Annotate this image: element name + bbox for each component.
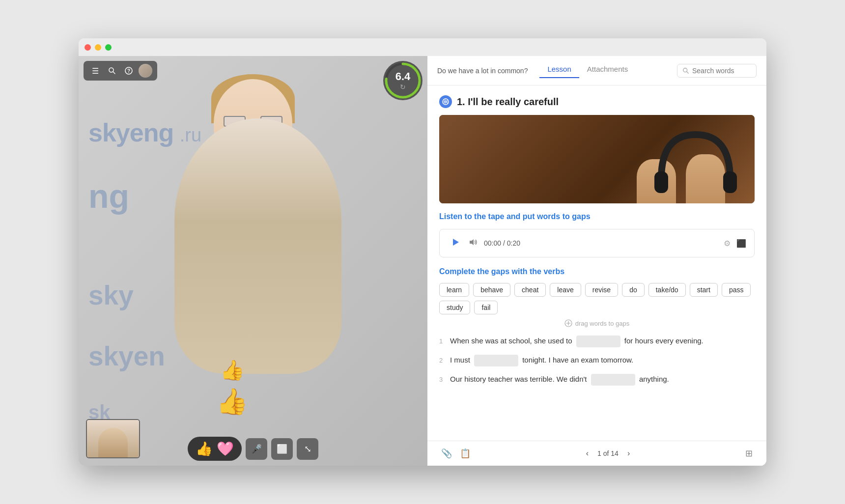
search-icon <box>682 67 689 74</box>
prev-page-button[interactable]: ‹ <box>582 447 592 460</box>
blank-3[interactable] <box>591 374 635 386</box>
menu-button[interactable]: ☰ <box>88 64 102 78</box>
word-tags-container: learn behave cheat leave revise do take/… <box>439 283 755 314</box>
sentence-1: 1 When she was at school, she used to fo… <box>439 335 755 347</box>
word-tag-cheat[interactable]: cheat <box>514 283 546 297</box>
mic-button[interactable]: 🎤 <box>246 438 267 460</box>
export-button[interactable]: ⊞ <box>741 446 757 461</box>
svg-rect-9 <box>654 171 668 193</box>
audio-captions-button[interactable]: ⬛ <box>736 239 746 248</box>
thumbs-up-reaction[interactable]: 👍 <box>196 441 213 457</box>
score-badge: 6.4 ↻ <box>383 61 422 100</box>
score-value: 6.4 <box>395 70 411 83</box>
svg-line-7 <box>687 71 689 73</box>
next-page-button[interactable]: › <box>623 447 634 460</box>
lesson-footer: 📎 📋 ‹ 1 of 14 › ⊞ <box>427 441 766 466</box>
minimize-dot[interactable] <box>95 44 101 51</box>
word-tag-study[interactable]: study <box>439 301 470 314</box>
emoji-2: 👍 <box>216 387 248 417</box>
emoji-1: 👍 <box>220 359 245 382</box>
sentence-2-text: I must tonight. I have an exam tomorrow. <box>450 354 633 366</box>
lesson-tabs: Lesson Attachments <box>539 63 677 78</box>
page-info: 1 of 14 <box>597 449 619 457</box>
notes-button[interactable]: 📋 <box>456 446 475 461</box>
drag-hint: drag words to gaps <box>439 319 755 327</box>
section-icon <box>439 95 452 108</box>
volume-icon <box>469 238 478 246</box>
score-circle: 6.4 ↻ <box>383 61 422 100</box>
close-dot[interactable] <box>84 44 91 51</box>
lesson-image <box>439 115 755 203</box>
app-window: skyeng .ru ng sky skyen <box>79 38 766 466</box>
lesson-content: 1. I'll be really carefull <box>427 85 766 441</box>
drag-icon <box>564 319 572 327</box>
sentence-num-1: 1 <box>439 336 447 347</box>
svg-point-8 <box>443 99 449 105</box>
play-button[interactable] <box>448 235 463 251</box>
svg-marker-12 <box>470 239 474 245</box>
search-icon <box>108 67 116 75</box>
sentence-num-2: 2 <box>439 356 447 366</box>
sentence-num-3: 3 <box>439 375 447 385</box>
self-video <box>87 420 139 457</box>
sentence-2: 2 I must tonight. I have an exam tomorro… <box>439 354 755 366</box>
volume-button[interactable] <box>469 238 478 248</box>
instruction-text: Listen to the tape and put words to gaps <box>439 212 755 221</box>
audio-icon <box>442 98 449 105</box>
svg-text:?: ? <box>127 68 130 74</box>
heart-reaction[interactable]: 🩷 <box>217 441 234 457</box>
headphones-svg <box>647 120 745 198</box>
word-tag-behave[interactable]: behave <box>473 283 510 297</box>
audio-time: 00:00 / 0:20 <box>484 239 520 247</box>
teacher-body <box>174 118 341 374</box>
titlebar <box>79 38 766 56</box>
svg-rect-10 <box>723 171 737 193</box>
word-tag-learn[interactable]: learn <box>439 283 469 297</box>
section-title: 1. I'll be really carefull <box>457 96 559 108</box>
maximize-dot[interactable] <box>105 44 112 51</box>
teacher-video <box>79 56 427 426</box>
screen-share-button[interactable]: ⬜ <box>271 438 293 460</box>
video-background: skyeng .ru ng sky skyen <box>79 56 427 466</box>
sentence-3-text: Our history teacher was terrible. We did… <box>450 373 669 386</box>
lesson-header: Do we have a lot in common? Lesson Attac… <box>427 56 766 85</box>
tab-attachments[interactable]: Attachments <box>579 63 636 78</box>
audio-settings-button[interactable]: ⚙ <box>724 239 731 248</box>
sentence-1-text: When she was at school, she used to for … <box>450 335 704 347</box>
gaps-section-title: Complete the gaps with the verbs <box>439 267 755 276</box>
refresh-icon: ↻ <box>400 83 406 91</box>
section-header: 1. I'll be really carefull <box>439 95 755 108</box>
lesson-course-title: Do we have a lot in common? <box>437 67 528 75</box>
word-tag-leave[interactable]: leave <box>550 283 581 297</box>
search-box[interactable] <box>677 64 757 78</box>
lesson-panel: Do we have a lot in common? Lesson Attac… <box>427 56 766 466</box>
attachment-button[interactable]: 📎 <box>437 446 456 461</box>
word-tag-revise[interactable]: revise <box>585 283 618 297</box>
word-tag-pass[interactable]: pass <box>722 283 751 297</box>
word-tag-start[interactable]: start <box>690 283 718 297</box>
sentence-3: 3 Our history teacher was terrible. We d… <box>439 373 755 386</box>
video-toolbar: ☰ ? <box>84 61 157 81</box>
tab-lesson[interactable]: Lesson <box>539 63 579 78</box>
search-input[interactable] <box>692 67 751 75</box>
word-tag-takedo[interactable]: take/do <box>648 283 686 297</box>
reaction-bar: 👍 🩷 <box>188 437 242 461</box>
word-tag-do[interactable]: do <box>622 283 645 297</box>
video-panel: skyeng .ru ng sky skyen <box>79 56 427 466</box>
sentence-list: 1 When she was at school, she used to fo… <box>439 335 755 386</box>
blank-2[interactable] <box>474 355 518 366</box>
svg-line-1 <box>113 72 115 74</box>
page-navigation: ‹ 1 of 14 › <box>582 447 634 460</box>
minimize-button[interactable]: ⤡ <box>297 438 318 460</box>
search-button[interactable] <box>105 64 119 78</box>
help-icon: ? <box>125 67 133 75</box>
user-avatar <box>139 64 152 78</box>
word-tag-fail[interactable]: fail <box>474 301 498 314</box>
blank-1[interactable] <box>576 336 620 347</box>
help-button[interactable]: ? <box>122 64 136 78</box>
play-icon <box>451 238 460 247</box>
content-area: skyeng .ru ng sky skyen <box>79 56 766 466</box>
svg-marker-11 <box>453 239 459 246</box>
self-thumbnail <box>86 419 140 458</box>
emoji-reactions: 👍 👍 <box>216 359 248 417</box>
